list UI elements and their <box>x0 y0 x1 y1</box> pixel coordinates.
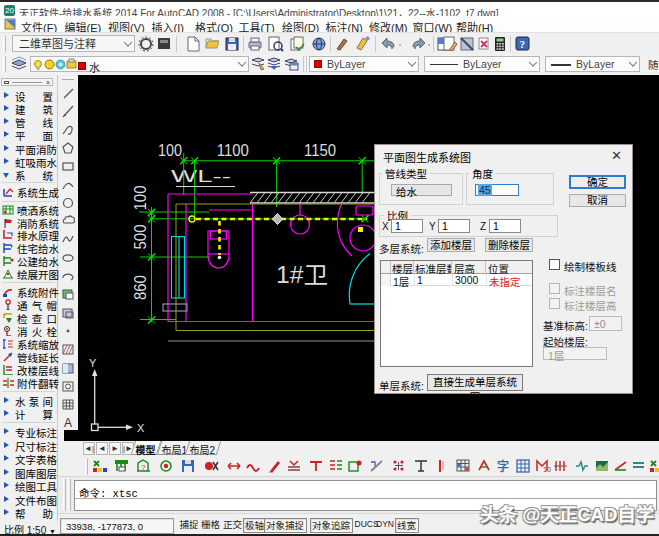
svg-text:1#卫: 1#卫 <box>276 262 328 288</box>
svg-text:A: A <box>64 416 72 430</box>
svg-text:100: 100 <box>131 186 150 211</box>
svg-text:Y: Y <box>89 357 97 369</box>
svg-text:X: X <box>137 422 145 434</box>
svg-text:1100: 1100 <box>217 141 249 160</box>
svg-text:500: 500 <box>131 225 150 250</box>
svg-text:?: ? <box>141 463 146 472</box>
svg-text:字: 字 <box>497 458 509 474</box>
svg-text:1150: 1150 <box>304 141 336 160</box>
svg-text:860: 860 <box>131 275 150 300</box>
svg-text:100: 100 <box>543 466 551 473</box>
svg-text:?: ? <box>520 38 526 50</box>
svg-text:100: 100 <box>158 141 182 160</box>
svg-text:WL--: WL-- <box>171 167 231 185</box>
